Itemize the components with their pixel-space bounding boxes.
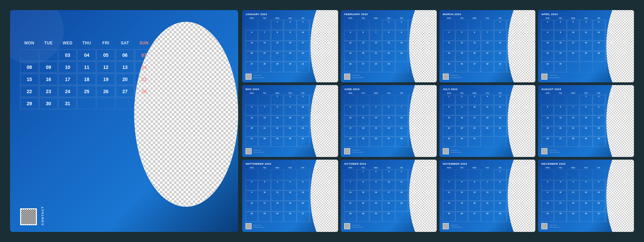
mini-day-cell: 25	[580, 51, 592, 62]
qr-mini	[443, 148, 449, 154]
mini-day-cell	[468, 169, 481, 179]
large-day-cell: 22	[20, 86, 39, 97]
mini-day-cell: 25	[395, 201, 408, 211]
mini-day-cell	[593, 169, 605, 179]
mini-day-cell: 28	[258, 62, 271, 72]
qr-mini-inner	[344, 74, 350, 79]
mini-day-cell: 15	[382, 41, 395, 51]
mini-day-cell: 24	[605, 126, 618, 136]
large-calendar-grid: MON TUE WED THU FRI SAT SUN 03 04 05 06 …	[20, 39, 228, 201]
mini-day-cell	[357, 20, 369, 30]
mini-contact-text: Lorem ipsumLorem ipsum dolor	[253, 74, 264, 79]
mini-day-cell: 20	[357, 51, 369, 62]
mini-day-cell	[258, 169, 271, 179]
mini-day-cell: 7	[344, 180, 357, 190]
mini-day-cell: 6	[421, 169, 433, 179]
qr-mini-inner	[443, 224, 448, 229]
mini-day-cell	[408, 212, 421, 222]
mini-day-cell: 27	[507, 126, 519, 136]
mini-day-cell: 16	[284, 41, 296, 51]
mini-day-cell: 9	[507, 30, 519, 40]
mini-day-cell: 16	[507, 41, 519, 51]
mini-day-cell: 3	[408, 20, 421, 30]
large-day-cell: 10	[58, 62, 77, 73]
mini-day-header: SAT	[605, 167, 618, 169]
mini-day-cell: 1	[408, 95, 421, 105]
mini-day-cell: 24	[408, 51, 421, 62]
mini-day-cell: 5	[455, 30, 468, 40]
mini-day-cell: 9	[554, 30, 567, 40]
mini-day-cell: 19	[541, 126, 554, 136]
mini-day-cell: 25	[357, 137, 369, 147]
mini-day-header: MON	[541, 167, 554, 169]
mini-day-cell: 16	[507, 191, 519, 201]
mini-day-cell: 22	[541, 51, 554, 62]
mini-day-cell: 16	[284, 116, 296, 126]
mini-day-cell: 14	[605, 191, 618, 201]
mini-day-cell: 18	[443, 51, 455, 62]
mini-day-cell: 8	[580, 105, 592, 115]
mini-day-cell	[310, 169, 322, 179]
mini-day-header: THU	[284, 17, 296, 19]
mini-day-header: SAT	[507, 92, 519, 94]
mini-day-header: TUE	[554, 17, 567, 19]
mini-contact-text: Lorem ipsumLorem ipsum dolor	[352, 74, 363, 79]
mini-day-cell: 14	[258, 116, 271, 126]
mini-day-cell: 28	[481, 62, 493, 72]
large-day-cell: 06	[116, 49, 134, 61]
mini-day-cell: 28	[310, 212, 322, 222]
mini-day-cell: 10	[520, 180, 532, 190]
mini-day-cell: 20	[593, 201, 605, 211]
large-day-cell	[135, 98, 153, 109]
mini-day-cell: 31	[468, 137, 481, 147]
mini-day-cell	[344, 95, 357, 105]
mini-day-cell: 10	[468, 105, 481, 115]
mini-day-cell	[481, 169, 493, 179]
mini-day-cell: 30	[370, 212, 382, 222]
large-day-cell: 04	[77, 49, 96, 61]
mini-day-cell: 1	[271, 20, 283, 30]
qr-mini	[443, 223, 449, 229]
mini-day-cell: 27	[554, 137, 567, 147]
mini-day-cell	[541, 95, 554, 105]
mini-day-cell: 21	[395, 126, 408, 136]
mini-day-cell	[580, 169, 592, 179]
large-day-cell: 15	[20, 74, 39, 85]
mini-days-grid-9: 1234567891011121314151617181920212223242…	[246, 169, 335, 222]
mini-day-cell: 5	[580, 180, 592, 190]
mini-day-header: SUN	[520, 17, 532, 19]
mini-day-cell: 26	[494, 126, 506, 136]
mini-day-cell	[455, 169, 468, 179]
mini-day-cell: 3	[297, 20, 309, 30]
mini-day-cell: 11	[310, 30, 322, 40]
mini-day-cell: 1	[494, 169, 506, 179]
mini-day-header: MON	[344, 17, 357, 19]
mini-day-cell: 30	[507, 212, 519, 222]
qr-mini-inner	[344, 149, 350, 154]
mini-day-cell: 27	[468, 212, 481, 222]
mini-day-cell: 4	[481, 95, 493, 105]
mini-day-header: WED	[271, 167, 283, 169]
mini-day-headers-4: MONTUEWEDTHUFRISATSUN	[541, 17, 631, 19]
mini-day-cell: 30	[421, 137, 433, 147]
mini-day-cell: 1	[322, 169, 335, 179]
mini-day-cell: 18	[567, 201, 579, 211]
mini-day-cell	[580, 62, 592, 72]
mini-day-header: WED	[271, 92, 283, 94]
mini-day-cell: 2	[554, 20, 567, 30]
mini-day-cell: 4	[310, 20, 322, 30]
mini-day-cell: 17	[344, 126, 357, 136]
mini-day-header: FRI	[494, 17, 506, 19]
mini-day-header: MON	[443, 17, 455, 19]
qr-mini	[246, 148, 252, 154]
mini-day-cell: 21	[481, 201, 493, 211]
mini-calendar-5: MAY 2024MONTUEWEDTHUFRISATSUN12345678910…	[242, 85, 338, 157]
mini-day-cell: 10	[258, 191, 271, 201]
mini-day-header: TUE	[357, 17, 369, 19]
mini-day-cell: 11	[481, 105, 493, 115]
mini-days-grid-2: 1234567891011121314151617181920212223242…	[344, 20, 433, 72]
mini-day-header: THU	[284, 92, 296, 94]
mini-day-cell: 17	[382, 191, 395, 201]
mini-day-headers-3: MONTUEWEDTHUFRISATSUN	[443, 17, 532, 19]
mini-day-cell: 24	[554, 212, 567, 222]
